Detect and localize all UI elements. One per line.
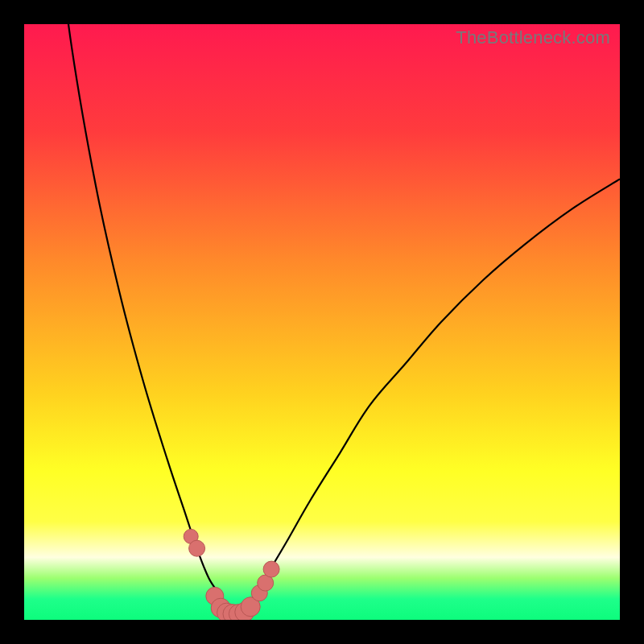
bottleneck-curve — [24, 24, 620, 620]
watermark-text: TheBottleneck.com — [456, 27, 610, 48]
data-marker — [263, 561, 279, 577]
outer-frame: TheBottleneck.com — [0, 0, 644, 644]
data-marker — [189, 540, 205, 556]
plot-area: TheBottleneck.com — [24, 24, 620, 620]
